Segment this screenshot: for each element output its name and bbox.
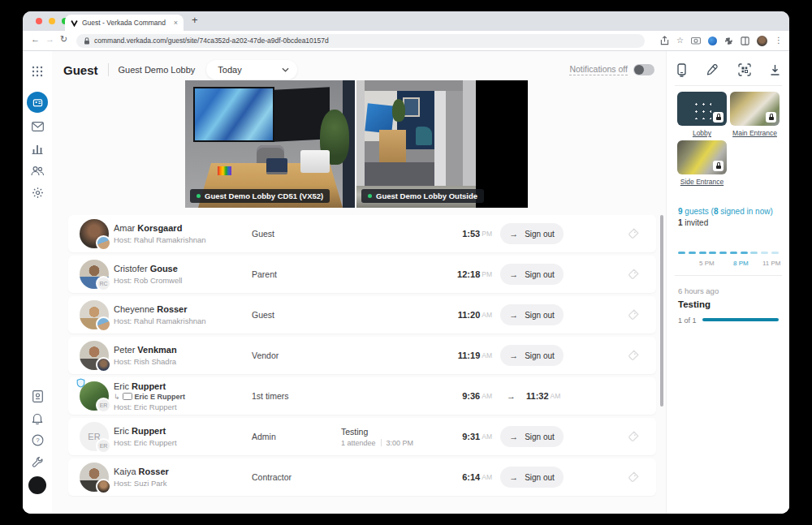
date-range-dropdown[interactable]: Today xyxy=(206,60,297,80)
browser-menu-icon[interactable]: ⋮ xyxy=(775,37,783,45)
timeline-dashes[interactable] xyxy=(678,252,779,254)
divider xyxy=(675,85,782,86)
apps-grid-icon[interactable] xyxy=(30,64,45,79)
keypad-dots xyxy=(693,101,711,119)
sign-out-button[interactable]: →Sign out xyxy=(500,223,564,244)
arrow-right-icon: → xyxy=(509,472,518,482)
print-badge-icon[interactable] xyxy=(627,227,640,240)
sign-out-button[interactable]: →Sign out xyxy=(500,304,564,325)
sign-out-button[interactable]: →Sign out xyxy=(500,264,564,285)
camera-feeds: Guest Demo Lobby CD51 (VX52) xyxy=(185,80,528,208)
forward-icon[interactable]: → xyxy=(45,34,54,44)
nav-analytics-icon[interactable] xyxy=(30,141,45,156)
print-badge-icon[interactable] xyxy=(627,349,640,362)
browser-tab[interactable]: Guest - Verkada Command × xyxy=(65,15,184,31)
sign-out-button[interactable]: →Sign out xyxy=(500,426,564,447)
guest-host: Host: Rish Shadra xyxy=(114,357,177,366)
print-badge-icon[interactable] xyxy=(627,471,640,484)
guest-row[interactable]: ERER Eric RuppertHost: Eric Ruppert Admi… xyxy=(68,418,656,455)
sign-out-button[interactable]: →Sign out xyxy=(500,467,564,488)
command-app: ? Guest Guest Demo Lobby Today No xyxy=(23,51,789,514)
nav-settings-gear-icon[interactable] xyxy=(30,185,45,200)
nav-guest-active[interactable] xyxy=(27,92,48,113)
guest-type: Parent xyxy=(252,256,277,293)
door-tile-side-entrance[interactable] xyxy=(677,140,727,174)
nav-mail-icon[interactable] xyxy=(30,119,45,134)
guest-name: Kaiya Rosser xyxy=(114,467,169,476)
tab-strip: Guest - Verkada Command × + xyxy=(23,11,789,31)
online-dot-icon xyxy=(197,194,201,198)
print-badge-icon[interactable] xyxy=(627,268,640,281)
scrollbar-thumb[interactable] xyxy=(660,215,663,407)
main-content: Guest Guest Demo Lobby Today Notificatio… xyxy=(52,51,666,514)
avatar: ERER xyxy=(80,422,109,451)
host-initials-overlay: ER xyxy=(96,398,111,413)
notifications-toggle[interactable] xyxy=(633,64,654,75)
edit-pencil-icon[interactable] xyxy=(706,63,719,76)
download-icon[interactable] xyxy=(770,64,780,76)
share-icon[interactable] xyxy=(660,36,669,45)
door-lintel xyxy=(356,80,476,91)
door-link-lobby[interactable]: Lobby xyxy=(677,129,727,137)
extensions-puzzle-icon[interactable] xyxy=(724,37,733,45)
host-initials-overlay: ER xyxy=(96,438,111,454)
window-controls[interactable] xyxy=(36,18,68,24)
toolbar-actions: ☆ ⋮ xyxy=(660,33,783,48)
camera-feed-lobby[interactable]: Guest Demo Lobby CD51 (VX52) xyxy=(185,80,355,208)
chevron-down-icon xyxy=(282,67,289,72)
qr-scan-icon[interactable] xyxy=(738,63,751,76)
guest-host: Host: Eric Ruppert xyxy=(114,402,185,411)
ipad-kiosk-icon[interactable] xyxy=(676,63,687,77)
bookmark-star-icon[interactable]: ☆ xyxy=(676,37,684,45)
left-nav: ? xyxy=(23,51,53,514)
guest-host: Host: Rahul Ramakrishnan xyxy=(114,316,206,325)
divider xyxy=(675,275,782,276)
svg-text:?: ? xyxy=(36,437,40,444)
camera-name: Guest Demo Lobby Outside xyxy=(376,191,477,200)
host-avatar-overlay xyxy=(96,479,111,494)
notifications-control: Notifications off xyxy=(569,64,654,75)
account-avatar[interactable] xyxy=(28,476,46,494)
door-link-main-entrance[interactable]: Main Entrance xyxy=(730,129,780,137)
guest-name: Cheyenne Rosser xyxy=(114,304,206,314)
guest-row[interactable]: Peter VenkmanHost: Rish Shadra Vendor 11… xyxy=(68,337,656,374)
sign-out-button[interactable]: →Sign out xyxy=(500,345,564,366)
nav-reports-icon[interactable] xyxy=(30,389,45,403)
close-window-button[interactable] xyxy=(36,18,42,24)
minimize-window-button[interactable] xyxy=(49,18,55,24)
reload-icon[interactable]: ↻ xyxy=(60,34,67,45)
tab-close-icon[interactable]: × xyxy=(174,19,178,27)
print-badge-icon[interactable] xyxy=(627,308,640,321)
print-badge-icon[interactable] xyxy=(627,430,640,443)
door-tile-lobby[interactable] xyxy=(677,92,727,126)
guest-row[interactable]: Kaiya RosserHost: Suzi Park Contractor 6… xyxy=(68,458,656,496)
tab-groups-icon[interactable] xyxy=(741,37,749,45)
sign-out-time: 11:32AM xyxy=(526,377,560,415)
guest-host: Host: Rahul Ramakrishnan xyxy=(114,235,206,244)
address-bar[interactable]: command.verkada.com/guest/site/74ca352d-… xyxy=(76,34,645,48)
extension-dot-icon[interactable] xyxy=(708,37,717,45)
avatar xyxy=(80,300,109,329)
nav-tools-icon[interactable] xyxy=(30,454,45,469)
camera-extension-icon[interactable] xyxy=(691,37,701,45)
guest-row-signed-out[interactable]: ER Eric Ruppert ↳Eric E Ruppert Host: Er… xyxy=(68,377,656,415)
sub-arrow-icon: ↳ xyxy=(114,393,120,401)
arrow-right-icon: → xyxy=(509,229,518,239)
date-range-value: Today xyxy=(218,65,241,75)
sign-in-time: 11:20AM xyxy=(458,296,492,334)
nav-people-icon[interactable] xyxy=(30,163,45,178)
guest-row[interactable]: Amar KorsgaardHost: Rahul Ramakrishnan G… xyxy=(68,215,656,252)
timeline-label-8pm: 8 PM xyxy=(733,260,749,267)
camera-feed-outside[interactable]: Guest Demo Lobby Outside xyxy=(356,80,528,208)
door-tile-main-entrance[interactable] xyxy=(730,92,780,126)
guest-row[interactable]: RC Cristofer GouseHost: Rob Cromwell Par… xyxy=(68,256,656,293)
new-tab-button[interactable]: + xyxy=(192,14,198,26)
guest-row[interactable]: Cheyenne RosserHost: Rahul Ramakrishnan … xyxy=(68,296,656,334)
back-icon[interactable]: ← xyxy=(31,34,40,44)
avatar xyxy=(80,463,109,492)
nav-alerts-bell-icon[interactable] xyxy=(30,411,45,425)
browser-profile-avatar[interactable] xyxy=(757,36,767,46)
sign-in-time: 9:36AM xyxy=(462,377,492,415)
door-link-side-entrance[interactable]: Side Entrance xyxy=(677,178,727,186)
nav-help-icon[interactable]: ? xyxy=(30,432,45,447)
